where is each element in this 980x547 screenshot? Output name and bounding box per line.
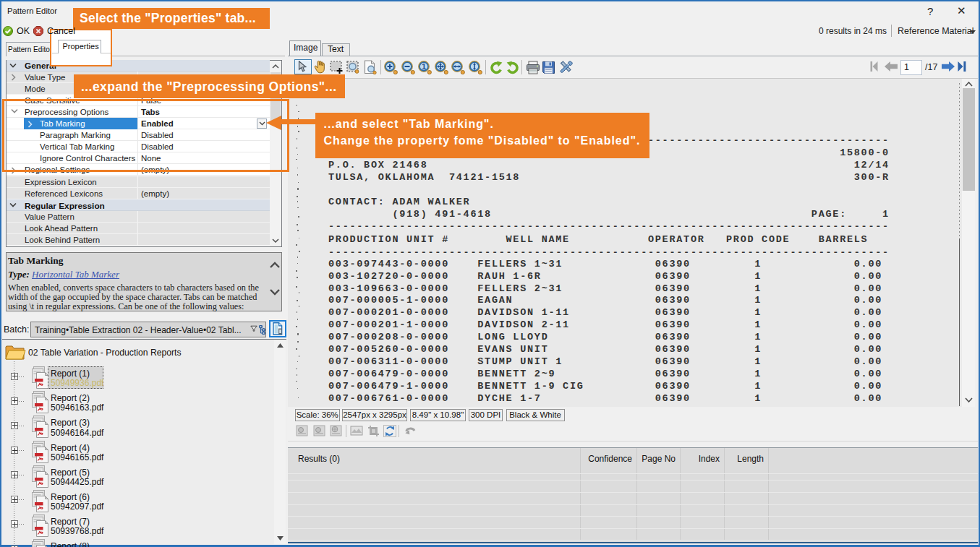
svg-text:1: 1	[422, 62, 426, 71]
